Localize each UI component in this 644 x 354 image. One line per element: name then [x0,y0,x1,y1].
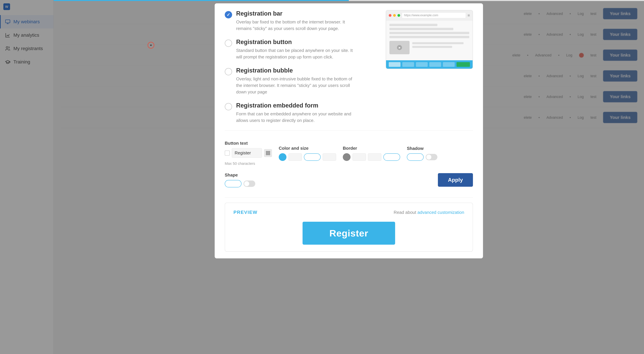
browser-line-2 [390,28,453,30]
browser-reg-bar-item-1 [389,62,400,67]
color-size-label: Color and size [279,146,336,151]
button-text-label: Button text [225,141,272,146]
reg-type-embedded-form[interactable]: Registration embedded form Form that can… [225,102,473,124]
progress-bar-container [54,0,644,1]
reg-type-text-bar: Registration bar Overlay bar fixed to th… [236,10,354,32]
browser-menu-icon: ≡ [468,13,470,18]
border-width-input[interactable] [368,153,381,161]
shape-input[interactable] [225,180,242,187]
radio-btn-embedded[interactable] [225,103,232,110]
shadow-input[interactable] [407,153,424,161]
browser-card-line-2 [412,46,452,48]
browser-line-4 [390,36,469,38]
modal-dialog: https://www.example.com ≡ [215,3,483,258]
radio-btn-bubble[interactable] [225,68,232,75]
reg-type-title-bubble: Registration bubble [236,67,354,74]
preview-register-button[interactable]: Register [302,222,395,245]
reg-type-text-bubble: Registration bubble Overlay, light and n… [236,67,354,95]
setting-button-text: Button text Max 50 characters [225,141,272,166]
play-icon [397,45,402,50]
advanced-customization-link-container: Read about advanced customization [394,210,464,215]
button-text-controls [225,148,272,158]
apply-button[interactable]: Apply [438,173,473,187]
setting-shape: Shape [225,173,255,187]
button-text-checkbox[interactable] [225,151,230,156]
browser-url-bar: https://www.example.com [402,12,466,18]
registration-modal: https://www.example.com ≡ [54,0,644,354]
radio-checked-icon [225,11,232,18]
reg-type-desc-embedded: Form that can be embedded anywhere on yo… [236,111,354,124]
reg-type-title-button: Registration button [236,38,354,45]
color-picker-btn[interactable] [279,153,286,161]
char-limit-label: Max 50 characters [225,162,272,166]
browser-dot-green [398,14,400,17]
preview-link-text: Read about [394,210,416,215]
browser-bar: https://www.example.com ≡ [386,10,472,20]
svg-rect-2 [266,151,268,153]
browser-lines [390,24,469,38]
browser-line-1 [390,24,438,26]
border-controls [343,153,400,161]
preview-section: PREVIEW Read about advanced customizatio… [225,203,473,252]
color-hex-input[interactable] [288,153,302,161]
shadow-label: Shadow [407,146,438,151]
reg-type-text-embedded: Registration embedded form Form that can… [236,102,354,124]
setting-color-size: Color and size [279,146,336,161]
browser-card-lines [412,41,469,54]
reg-type-text-button: Registration button Standard button that… [236,38,354,60]
button-text-input[interactable] [232,148,262,158]
browser-dot-yellow [393,14,396,17]
preview-header: PREVIEW Read about advanced customizatio… [234,210,464,215]
browser-reg-bar [386,60,472,69]
size-input-rounded[interactable] [304,153,321,161]
preview-label: PREVIEW [234,210,258,215]
button-settings-bar: Button text Max 50 characters [225,136,473,192]
border-color-input[interactable] [352,153,366,161]
shape-label: Shape [225,173,255,178]
divider-2 [225,197,473,198]
shadow-controls [407,153,438,161]
browser-video-thumb [390,41,410,54]
size-value-input[interactable] [323,153,336,161]
reg-type-desc-bubble: Overlay, light and non-intrusive bubble … [236,76,354,95]
reg-type-desc-button: Standard button that can be placed anywh… [236,47,354,60]
browser-preview: https://www.example.com ≡ [386,10,473,69]
shadow-toggle[interactable] [426,154,438,160]
browser-card [390,41,469,54]
reg-type-title-bar: Registration bar [236,10,354,17]
browser-reg-bar-item-3 [416,62,428,67]
setting-border: Border [343,146,400,161]
browser-reg-bar-cta [456,62,470,67]
reg-type-desc-bar: Overlay bar fixed to the bottom of the i… [236,19,354,32]
browser-content [386,20,472,58]
border-label: Border [343,146,400,151]
svg-rect-3 [268,151,270,153]
browser-reg-bar-item-2 [402,62,414,67]
shape-toggle[interactable] [244,180,255,187]
reg-type-title-embedded: Registration embedded form [236,102,354,109]
radio-btn-button[interactable] [225,39,232,47]
progress-bar-fill [54,0,349,1]
browser-reg-bar-item-5 [443,62,455,67]
setting-shadow: Shadow [407,146,438,161]
svg-rect-5 [266,153,268,155]
svg-rect-4 [268,153,270,155]
browser-line-3 [390,32,469,34]
border-radius-input[interactable] [384,153,400,161]
advanced-customization-link[interactable]: advanced customization [418,210,464,215]
color-size-controls [279,153,336,161]
shape-controls [225,180,255,187]
browser-reg-bar-item-4 [429,62,441,67]
browser-card-line-1 [412,42,464,44]
text-format-icon-btn[interactable] [264,149,272,157]
border-color-picker[interactable] [343,153,350,161]
reg-type-registration-bubble[interactable]: Registration bubble Overlay, light and n… [225,67,473,95]
browser-dot-red [389,14,392,17]
